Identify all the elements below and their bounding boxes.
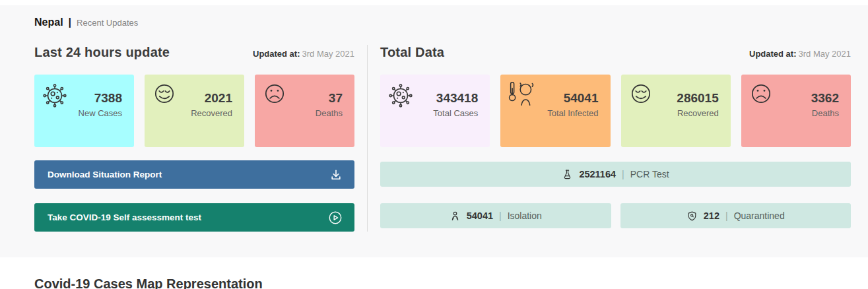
card-recovered: 2021 Recovered	[145, 75, 244, 147]
deaths-label: Deaths	[316, 108, 343, 118]
pcr-test-value: 2521164	[579, 169, 616, 179]
total-deaths-value: 3362	[811, 91, 839, 106]
stat-row: 54041 | Isolation 212	[380, 203, 851, 228]
stat-pcr-test: 2521164 | PCR Test	[380, 162, 851, 187]
sad-face-icon	[748, 80, 774, 107]
quarantined-value: 212	[704, 210, 719, 221]
total-cases-value: 343418	[433, 91, 478, 106]
last24-updated-at: Updated at:3rd May 2021	[253, 49, 354, 59]
shield-icon	[686, 210, 698, 222]
vertical-divider	[367, 45, 368, 232]
recovered-label: Recovered	[191, 108, 232, 118]
card-text: 2021 Recovered	[191, 91, 232, 118]
card-text: 286015 Recovered	[677, 91, 718, 118]
card-new-cases: 7388 New Cases	[34, 75, 134, 147]
sad-face-icon	[261, 80, 288, 107]
total-recovered-label: Recovered	[677, 108, 718, 118]
download-report-button[interactable]: Download Situation Report	[34, 160, 354, 189]
download-report-label: Download Situation Report	[48, 170, 162, 179]
last24-header: Last 24 hours update Updated at:3rd May …	[34, 45, 354, 60]
flask-icon	[562, 169, 573, 180]
quarantined-label: Quarantined	[734, 210, 785, 221]
stat-quarantined: 212 | Quarantined	[620, 203, 851, 228]
card-text: 37 Deaths	[316, 91, 343, 118]
updated-at-label: Updated at:	[749, 49, 797, 59]
total-infected-value: 54041	[547, 91, 598, 106]
card-total-infected: 54041 Total Infected	[500, 75, 610, 147]
stat-separator: |	[622, 169, 624, 179]
card-total-cases: 343418 Total Cases	[380, 75, 490, 147]
self-assessment-button[interactable]: Take COVID-19 Self assessment test	[34, 203, 354, 232]
breadcrumb-separator: |	[69, 16, 71, 28]
card-text: 3362 Deaths	[811, 91, 839, 118]
dashboard-columns: Last 24 hours update Updated at:3rd May …	[34, 45, 851, 232]
total-updated-at: Updated at:3rd May 2021	[749, 49, 851, 59]
total-recovered-value: 286015	[677, 91, 718, 106]
breadcrumb-subtitle: Recent Updates	[77, 18, 138, 28]
updated-at-value: 3rd May 2021	[799, 49, 851, 59]
new-cases-value: 7388	[79, 91, 122, 106]
page: Nepal | Recent Updates Last 24 hours upd…	[0, 5, 868, 289]
stat-isolation: 54041 | Isolation	[380, 203, 611, 228]
dashboard-panel: Nepal | Recent Updates Last 24 hours upd…	[0, 5, 868, 257]
virus-icon	[41, 80, 69, 110]
recovered-value: 2021	[191, 91, 232, 106]
total-data-header: Total Data Updated at:3rd May 2021	[380, 45, 851, 60]
breadcrumb: Nepal | Recent Updates	[34, 16, 851, 28]
total-deaths-label: Deaths	[811, 108, 839, 118]
card-text: 343418 Total Cases	[433, 91, 478, 118]
stat-separator: |	[499, 210, 502, 221]
isolation-label: Isolation	[508, 210, 542, 221]
total-cases-label: Total Cases	[433, 108, 478, 118]
stat-separator: |	[725, 210, 728, 221]
card-text: 54041 Total Infected	[547, 91, 598, 118]
happy-face-icon	[628, 80, 654, 107]
total-cards: 343418 Total Cases	[380, 75, 851, 147]
card-total-recovered: 286015 Recovered	[621, 75, 731, 147]
isolation-value: 54041	[467, 210, 493, 221]
total-infected-label: Total Infected	[547, 108, 598, 118]
self-assessment-label: Take COVID-19 Self assessment test	[48, 212, 201, 222]
last24-title: Last 24 hours update	[34, 45, 170, 60]
total-data-title: Total Data	[380, 45, 444, 60]
happy-face-icon	[151, 80, 178, 107]
thermometer-person-icon	[507, 80, 536, 107]
last24-cards: 7388 New Cases	[34, 75, 354, 147]
card-deaths: 37 Deaths	[255, 75, 354, 147]
country-title: Nepal	[34, 16, 63, 28]
play-circle-icon	[328, 210, 343, 225]
total-data-section: Total Data Updated at:3rd May 2021	[380, 45, 851, 232]
card-text: 7388 New Cases	[79, 91, 122, 118]
deaths-value: 37	[316, 91, 343, 106]
pcr-test-label: PCR Test	[630, 169, 669, 179]
virus-icon	[387, 80, 415, 110]
last24-section: Last 24 hours update Updated at:3rd May …	[34, 45, 354, 232]
updated-at-value: 3rd May 2021	[302, 49, 355, 59]
card-total-deaths: 3362 Deaths	[741, 75, 851, 147]
map-section-title: Covid-19 Cases Map Representation	[34, 276, 868, 289]
download-icon	[329, 168, 343, 181]
new-cases-label: New Cases	[79, 108, 122, 118]
person-icon	[450, 210, 461, 222]
updated-at-label: Updated at:	[253, 49, 300, 59]
